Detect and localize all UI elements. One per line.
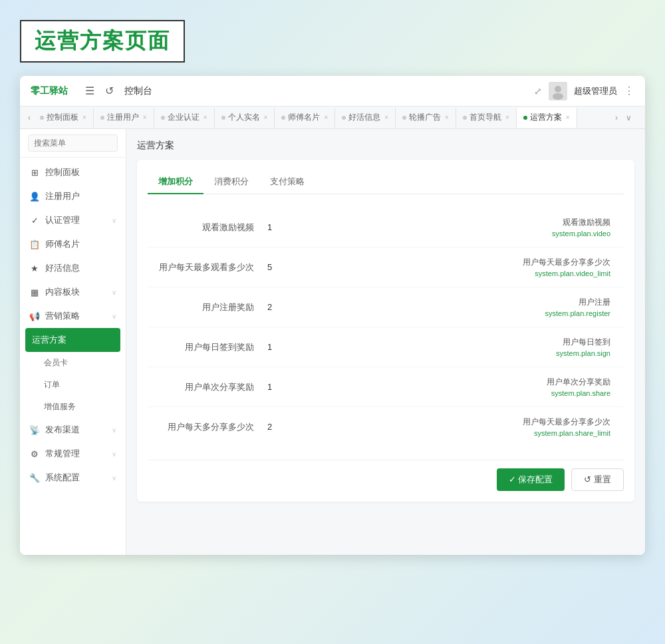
- form-hint-4: 用户单次分享奖励 system.plan.share: [547, 377, 624, 397]
- admin-name: 超级管理员: [574, 85, 617, 97]
- search-input[interactable]: [28, 134, 118, 152]
- sidebar-sub-item-增值服务[interactable]: 增值服务: [20, 396, 126, 418]
- reset-button[interactable]: ↺ 重置: [571, 468, 624, 491]
- form-value-0: 1: [267, 222, 552, 232]
- sidebar-item-控制面板[interactable]: ⊞控制面板: [20, 160, 126, 184]
- form-hint-1: 用户每天最多分享多少次 system.plan.video_limit: [523, 257, 624, 277]
- form-row-5: 用户每天多分享多少次 2 用户每天最多分享多少次 system.plan.sha…: [148, 407, 624, 446]
- form-label-3: 用户每日签到奖励: [148, 341, 267, 353]
- sidebar-item-系统配置[interactable]: 🔧系统配置∨: [20, 466, 126, 490]
- topbar: 零工驿站 ☰ ↺ 控制台 ⤢ 超级管理员 ⋮: [20, 76, 645, 106]
- main-card: 增加积分消费积分支付策略 观看激励视频 1 观看激励视频 system.plan…: [137, 160, 634, 502]
- more-icon[interactable]: ⋮: [624, 84, 634, 97]
- form-label-5: 用户每天多分享多少次: [148, 421, 267, 433]
- menu-icon-6: 📢: [29, 311, 40, 321]
- menu-icon-3: 📋: [29, 240, 40, 249]
- sidebar-sub-item-会员卡[interactable]: 会员卡: [20, 352, 126, 374]
- menu-icon-4: ★: [29, 263, 40, 273]
- menu-icon-13: 🔧: [29, 473, 40, 483]
- sidebar-item-常规管理[interactable]: ⚙常规管理∨: [20, 442, 126, 466]
- expand-icon[interactable]: ⤢: [534, 86, 542, 96]
- tab-item-5[interactable]: 好活信息×: [335, 108, 396, 128]
- tab-item-0[interactable]: 控制面板×: [33, 108, 94, 128]
- svg-point-2: [553, 93, 563, 100]
- form-hint-2: 用户注册 system.plan.register: [545, 297, 624, 317]
- sidebar-item-认证管理[interactable]: ✓认证管理∨: [20, 208, 126, 232]
- menu-icon-2: ✓: [29, 216, 40, 226]
- main-layout: ⊞控制面板👤注册用户✓认证管理∨📋师傅名片★好活信息▦内容板块∨📢营销策略∨运营…: [20, 129, 645, 555]
- form-value-1: 5: [267, 262, 523, 272]
- tabs-scroll: 控制面板×注册用户×企业认证×个人实名×师傅名片×好活信息×轮播广告×首页导航×…: [33, 108, 607, 128]
- form-hint-0: 观看激励视频 system.plan.video: [552, 217, 624, 238]
- tab-item-7[interactable]: 首页导航×: [456, 108, 517, 128]
- page-title: 运营方案: [137, 140, 634, 152]
- page-label-title: 运营方案页面: [35, 27, 170, 56]
- tab-item-4[interactable]: 师傅名片×: [275, 108, 335, 128]
- topbar-right: ⤢ 超级管理员 ⋮: [534, 82, 634, 100]
- tab-prev-btn[interactable]: ‹: [25, 113, 33, 122]
- inner-tab-1[interactable]: 消费积分: [203, 170, 259, 194]
- menu-icon-11: 📡: [29, 425, 40, 435]
- tab-item-3[interactable]: 个人实名×: [215, 108, 275, 128]
- inner-tabs: 增加积分消费积分支付策略: [148, 170, 624, 194]
- tabbar-end: › ∨: [607, 113, 640, 122]
- sidebar-item-注册用户[interactable]: 👤注册用户: [20, 184, 126, 208]
- refresh-icon[interactable]: ↺: [105, 84, 114, 97]
- console-title: 控制台: [124, 85, 152, 97]
- tab-item-2[interactable]: 企业认证×: [154, 108, 215, 128]
- sidebar-item-好活信息[interactable]: ★好活信息: [20, 256, 126, 280]
- sidebar-item-运营方案[interactable]: 运营方案: [25, 328, 120, 352]
- tab-item-6[interactable]: 轮播广告×: [396, 108, 456, 128]
- form-hint-3: 用户每日签到 system.plan.sign: [556, 337, 624, 357]
- form-row-2: 用户注册奖励 2 用户注册 system.plan.register: [148, 287, 624, 327]
- form-hint-5: 用户每天最多分享多少次 system.plan.share_limit: [523, 416, 624, 437]
- save-button[interactable]: ✓ 保存配置: [497, 468, 565, 491]
- avatar: [549, 82, 567, 100]
- bottom-actions: ✓ 保存配置 ↺ 重置: [148, 460, 624, 491]
- form-container: 观看激励视频 1 观看激励视频 system.plan.video 用户每天最多…: [148, 208, 624, 446]
- menu-icon-5: ▦: [29, 287, 40, 297]
- tab-item-1[interactable]: 注册用户×: [94, 108, 154, 128]
- content-area: 运营方案 增加积分消费积分支付策略 观看激励视频 1 观看激励视频 system…: [126, 129, 645, 555]
- tabbar: ‹ 控制面板×注册用户×企业认证×个人实名×师傅名片×好活信息×轮播广告×首页导…: [20, 106, 645, 129]
- page-label-box: 运营方案页面: [20, 20, 185, 63]
- menu-icon-0: ⊞: [29, 168, 40, 178]
- form-value-3: 1: [267, 342, 556, 352]
- form-value-2: 2: [267, 302, 545, 312]
- sidebar-item-内容板块[interactable]: ▦内容板块∨: [20, 280, 126, 304]
- sidebar-item-师傅名片[interactable]: 📋师傅名片: [20, 232, 126, 256]
- form-label-4: 用户单次分享奖励: [148, 381, 267, 393]
- form-row-1: 用户每天最多观看多少次 5 用户每天最多分享多少次 system.plan.vi…: [148, 247, 624, 287]
- app-logo: 零工驿站: [31, 85, 68, 97]
- app-container: 零工驿站 ☰ ↺ 控制台 ⤢ 超级管理员 ⋮ ‹ 控制面板×注册用户×企业认证×…: [20, 76, 645, 555]
- topbar-left: 零工驿站 ☰ ↺ 控制台: [31, 84, 152, 97]
- menu-icon-12: ⚙: [29, 449, 40, 459]
- inner-tab-0[interactable]: 增加积分: [148, 170, 203, 194]
- tab-expand-btn[interactable]: ∨: [623, 113, 634, 122]
- sidebar-sub-item-订单[interactable]: 订单: [20, 374, 126, 396]
- svg-point-1: [555, 86, 561, 92]
- form-row-0: 观看激励视频 1 观看激励视频 system.plan.video: [148, 208, 624, 247]
- form-value-5: 2: [267, 422, 523, 432]
- sidebar-item-营销策略[interactable]: 📢营销策略∨: [20, 304, 126, 328]
- inner-tab-2[interactable]: 支付策略: [259, 170, 315, 194]
- tab-next-btn[interactable]: ›: [612, 113, 620, 122]
- form-row-4: 用户单次分享奖励 1 用户单次分享奖励 system.plan.share: [148, 367, 624, 407]
- menu-icon[interactable]: ☰: [85, 84, 94, 97]
- tab-item-8[interactable]: 运营方案×: [517, 108, 577, 128]
- sidebar: ⊞控制面板👤注册用户✓认证管理∨📋师傅名片★好活信息▦内容板块∨📢营销策略∨运营…: [20, 129, 126, 555]
- sidebar-search-area: [20, 129, 126, 158]
- form-label-2: 用户注册奖励: [148, 301, 267, 313]
- form-label-0: 观看激励视频: [148, 222, 267, 234]
- form-label-1: 用户每天最多观看多少次: [148, 261, 267, 273]
- sidebar-item-发布渠道[interactable]: 📡发布渠道∨: [20, 418, 126, 442]
- menu-icon-1: 👤: [29, 192, 40, 202]
- form-value-4: 1: [267, 382, 547, 392]
- form-row-3: 用户每日签到奖励 1 用户每日签到 system.plan.sign: [148, 327, 624, 367]
- sidebar-menu: ⊞控制面板👤注册用户✓认证管理∨📋师傅名片★好活信息▦内容板块∨📢营销策略∨运营…: [20, 158, 126, 555]
